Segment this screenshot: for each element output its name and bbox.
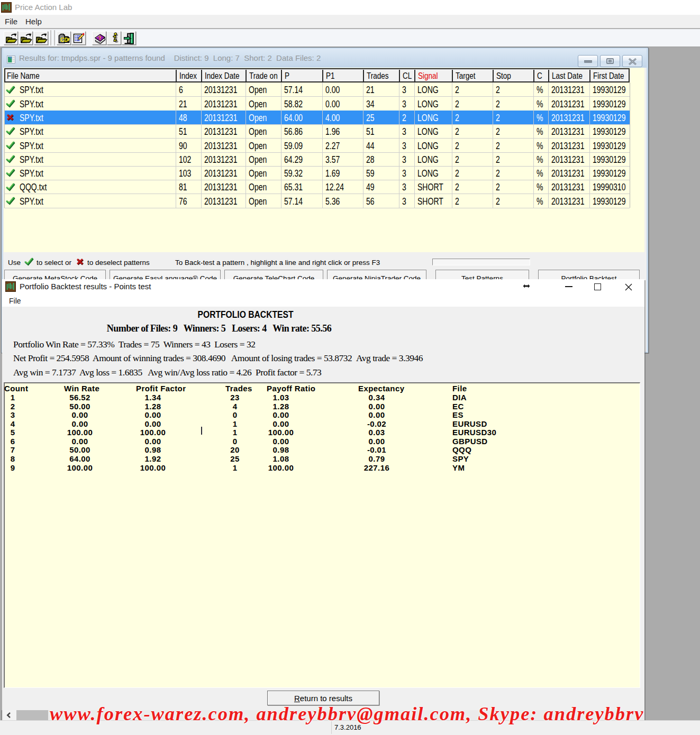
svg-text:CD: CD: [60, 37, 68, 43]
